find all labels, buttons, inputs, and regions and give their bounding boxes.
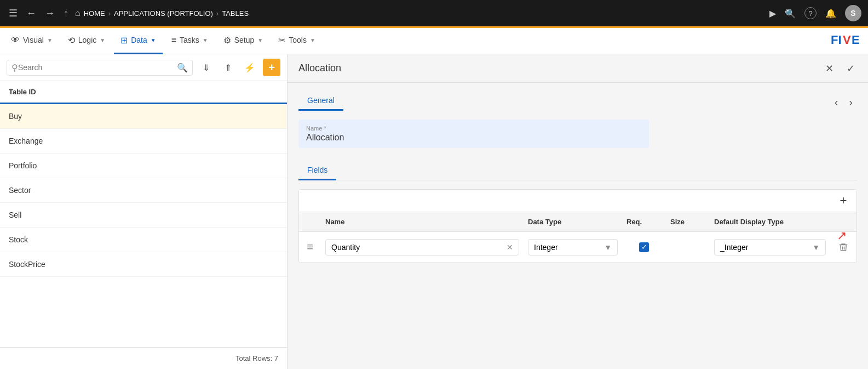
col-data-type: Data Type [524, 218, 622, 226]
five-logo-svg: FI V E [831, 32, 864, 47]
download-button[interactable]: ⇓ [197, 59, 215, 76]
nav-item-logic[interactable]: ⟲ Logic ▼ [61, 28, 112, 54]
flash-button[interactable]: ⚡ [241, 59, 258, 76]
top-bar-right: ▶ 🔍 ? 🔔 S [769, 5, 861, 21]
name-input-label: Name * [306, 125, 641, 132]
field-name-cell: Quantity ✕ [321, 239, 524, 256]
bell-icon[interactable]: 🔔 [825, 8, 836, 19]
forward-icon[interactable]: → [43, 5, 57, 21]
up-icon[interactable]: ↑ [61, 5, 71, 21]
search-input[interactable] [18, 63, 177, 72]
table-row: ≡ Quantity ✕ Integer ▼ [299, 232, 856, 263]
search-box[interactable]: ⚲ 🔍 [7, 60, 193, 76]
avatar[interactable]: S [845, 5, 861, 21]
play-icon[interactable]: ▶ [769, 8, 776, 19]
nav-item-setup-label: Setup [234, 36, 255, 44]
tabs-and-nav: General ‹ › [298, 92, 857, 111]
data-type-value: Integer [534, 243, 558, 252]
search-icon[interactable]: 🔍 [785, 8, 796, 19]
display-type-dropdown-icon: ▼ [812, 243, 820, 252]
red-arrow-icon: ↗ [837, 229, 847, 243]
sidebar-list: Buy Exchange Portfolio Sector Sell Stock… [0, 104, 287, 347]
second-bar: 👁 Visual ▼ ⟲ Logic ▼ ⊞ Data ▼ ≡ Tasks ▼ … [0, 28, 868, 54]
name-input-container[interactable]: Name * Allocation [298, 120, 649, 148]
menu-icon[interactable]: ☰ [7, 5, 20, 21]
right-panel: Allocation ✕ ✓ General ‹ › Name [288, 54, 868, 369]
upload-button[interactable]: ⇑ [219, 59, 237, 76]
drag-handle[interactable]: ≡ [299, 241, 321, 253]
display-type-cell: _Integer ▼ [710, 239, 830, 256]
sidebar-item-sell[interactable]: Sell [0, 203, 287, 228]
breadcrumb-sep-2: › [216, 9, 219, 18]
add-field-row: + [299, 190, 856, 212]
logic-dropdown-icon: ▼ [100, 37, 105, 43]
display-type-select[interactable]: _Integer ▼ [714, 239, 826, 256]
back-icon[interactable]: ← [24, 5, 38, 21]
tools-dropdown-icon: ▼ [310, 37, 315, 43]
data-icon: ⊞ [120, 35, 128, 46]
col-size: Size [666, 218, 710, 226]
tasks-icon: ≡ [171, 35, 176, 45]
col-actions [830, 218, 856, 226]
nav-item-tools[interactable]: ✂ Tools ▼ [272, 28, 322, 54]
breadcrumb-sep-1: › [108, 9, 111, 18]
panel-header: Allocation ✕ ✓ [288, 54, 868, 83]
sidebar-item-portfolio[interactable]: Portfolio [0, 154, 287, 178]
req-checkbox[interactable]: ✓ [639, 242, 649, 252]
add-field-button[interactable]: + [835, 192, 852, 209]
breadcrumb: ⌂ HOME › APPLICATIONS (PORTFOLIO) › TABL… [75, 8, 249, 18]
nav-prev-button[interactable]: ‹ [830, 94, 843, 111]
nav-item-tools-label: Tools [289, 36, 307, 44]
home-label[interactable]: HOME [84, 9, 105, 18]
add-table-button[interactable]: + [263, 59, 280, 76]
panel-body: General ‹ › Name * Allocation Fields [288, 83, 868, 369]
panel-nav: ‹ › [830, 94, 857, 111]
sidebar-item-exchange[interactable]: Exchange [0, 129, 287, 154]
app-label[interactable]: APPLICATIONS (PORTFOLIO) [114, 9, 213, 18]
req-cell: ✓ [622, 242, 666, 252]
req-checkbox-check-icon: ✓ [641, 243, 647, 251]
sidebar-header: Table ID [0, 81, 287, 104]
sidebar-item-buy[interactable]: Buy [0, 104, 287, 129]
tab-fields[interactable]: Fields [298, 161, 336, 180]
sidebar-item-stock[interactable]: Stock [0, 228, 287, 252]
col-name: Name [321, 218, 524, 226]
tables-label[interactable]: TABLES [222, 9, 249, 18]
nav-items: 👁 Visual ▼ ⟲ Logic ▼ ⊞ Data ▼ ≡ Tasks ▼ … [4, 28, 831, 54]
data-dropdown-icon: ▼ [151, 37, 156, 43]
search-clear-icon[interactable]: 🔍 [177, 63, 188, 73]
col-default-display-type: Default Display Type [710, 218, 830, 226]
save-button[interactable]: ✓ [844, 60, 857, 77]
sidebar-item-sector[interactable]: Sector [0, 178, 287, 203]
nav-item-data[interactable]: ⊞ Data ▼ [114, 28, 162, 54]
nav-item-setup[interactable]: ⚙ Setup ▼ [217, 28, 270, 54]
name-field-wrapper: Name * Allocation [298, 120, 857, 152]
nav-item-visual-label: Visual [23, 36, 44, 44]
field-name-input[interactable]: Quantity ✕ [325, 239, 519, 256]
nav-item-tasks-label: Tasks [180, 36, 199, 44]
five-logo: FI V E [831, 32, 864, 50]
setup-icon: ⚙ [223, 35, 231, 46]
tasks-dropdown-icon: ▼ [203, 37, 208, 43]
top-bar-left: ☰ ← → ↑ ⌂ HOME › APPLICATIONS (PORTFOLIO… [7, 5, 765, 21]
nav-item-visual[interactable]: 👁 Visual ▼ [4, 28, 59, 54]
data-type-select[interactable]: Integer ▼ [528, 239, 618, 256]
nav-item-tasks[interactable]: ≡ Tasks ▼ [165, 28, 215, 54]
sidebar-footer: Total Rows: 7 [0, 347, 287, 369]
fields-table-container: + Name Data Type Req. Size Default Displ… [298, 189, 857, 263]
col-drag [299, 218, 321, 226]
sidebar-toolbar: ⚲ 🔍 ⇓ ⇑ ⚡ + [0, 54, 287, 81]
nav-next-button[interactable]: › [844, 94, 857, 111]
nav-item-data-label: Data [131, 36, 147, 44]
home-icon: ⌂ [75, 8, 81, 18]
close-button[interactable]: ✕ [823, 60, 836, 77]
tabs: General [298, 92, 343, 111]
main-layout: ⚲ 🔍 ⇓ ⇑ ⚡ + Table ID Buy Exchange Portfo… [0, 54, 868, 369]
field-name-clear-icon[interactable]: ✕ [507, 243, 513, 252]
panel-title: Allocation [298, 63, 823, 74]
delete-icon [838, 242, 848, 252]
tab-general[interactable]: General [298, 92, 343, 111]
help-icon[interactable]: ? [804, 7, 817, 19]
sidebar-item-stockprice[interactable]: StockPrice [0, 252, 287, 277]
fields-tab-row: Fields [298, 161, 857, 180]
